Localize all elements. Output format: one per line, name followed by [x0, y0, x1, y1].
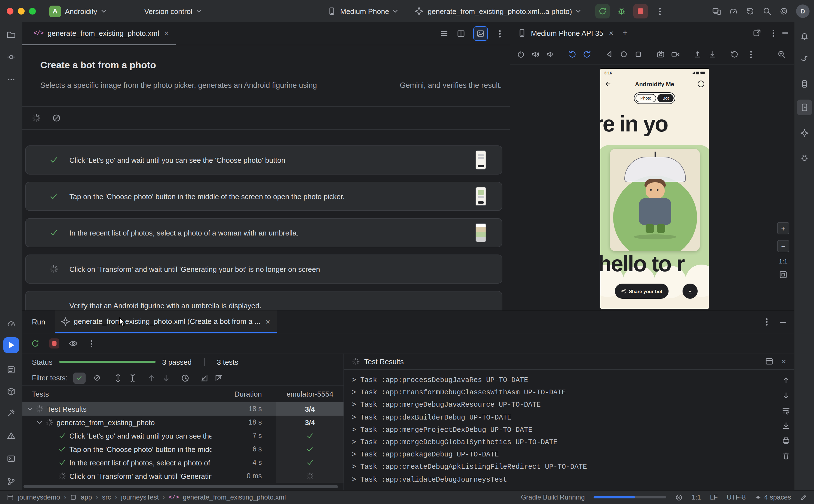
editor-tab[interactable]: </> generate_from_existing_photo.xml ×: [22, 22, 175, 45]
test-row[interactable]: Click on 'Transform' and wait until 'Gen…: [22, 469, 344, 483]
download-icon[interactable]: [708, 50, 717, 59]
stop-tests-button[interactable]: [49, 338, 59, 348]
zoom-options-icon[interactable]: [777, 50, 786, 59]
share-bot-button[interactable]: Share your bot: [615, 284, 669, 299]
cancel-run-icon[interactable]: [52, 114, 61, 123]
terminal-tool-button[interactable]: [3, 451, 19, 467]
device-mirroring-icon[interactable]: [712, 7, 721, 16]
duration-column-header[interactable]: Duration: [211, 390, 276, 398]
volume-down-icon[interactable]: [545, 50, 554, 59]
test-row[interactable]: Click 'Let's go' and wait until you can …: [22, 429, 344, 442]
download-bot-button[interactable]: [683, 284, 698, 299]
step-screenshot-thumbnail[interactable]: [476, 223, 486, 242]
android-home-icon[interactable]: [619, 50, 628, 59]
back-arrow-icon[interactable]: [605, 81, 611, 87]
test-row[interactable]: Tap on the 'Choose photo' button in the …: [22, 442, 344, 456]
upload-icon[interactable]: [693, 50, 702, 59]
gemini-tool-button[interactable]: [797, 125, 812, 141]
open-in-window-icon[interactable]: [752, 29, 761, 37]
logcat-tool-button[interactable]: [3, 362, 19, 378]
info-icon[interactable]: i: [698, 81, 704, 87]
avatar[interactable]: D: [796, 4, 810, 18]
debug-button[interactable]: [615, 4, 629, 18]
android-back-icon[interactable]: [605, 50, 614, 59]
previous-failed-icon[interactable]: [147, 373, 156, 382]
run-tab[interactable]: generate_from_existing_photo.xml (Create…: [55, 310, 277, 333]
device-tab-label[interactable]: Medium Phone API 35: [531, 29, 603, 37]
line-ending-widget[interactable]: LF: [710, 493, 718, 501]
test-history-icon[interactable]: [180, 373, 189, 382]
run-toolbar-more-icon[interactable]: [91, 343, 92, 344]
journey-step[interactable]: Verify that an Android figurine with an …: [25, 291, 502, 310]
zoom-to-fit-icon[interactable]: [779, 270, 788, 279]
notifications-tool-button[interactable]: [797, 28, 812, 44]
minimize-panel-icon[interactable]: [782, 32, 788, 34]
chevron-expanded-icon[interactable]: [27, 407, 32, 411]
minimize-window-button[interactable]: [18, 8, 25, 15]
test-row[interactable]: In the recent list of photos, select a p…: [22, 456, 344, 469]
search-icon[interactable]: [763, 7, 771, 16]
packages-tool-button[interactable]: [3, 384, 19, 399]
console-output[interactable]: > Task :app:processDebugJavaRes UP-TO-DA…: [344, 370, 794, 486]
rerun-tests-icon[interactable]: [31, 339, 40, 348]
cancel-build-icon[interactable]: [676, 494, 683, 501]
build-tool-button[interactable]: [3, 405, 19, 421]
screenshot-icon[interactable]: [656, 50, 665, 59]
filter-ignored-toggle[interactable]: [91, 372, 103, 383]
version-control-tool-button[interactable]: [3, 474, 19, 489]
export-tests-icon[interactable]: [214, 373, 223, 382]
chevron-expanded-icon[interactable]: [37, 421, 42, 424]
scroll-down-icon[interactable]: [782, 391, 791, 400]
profiler-tool-button[interactable]: [3, 316, 19, 332]
rotate-left-icon[interactable]: [568, 50, 577, 59]
close-tab-icon[interactable]: ×: [163, 29, 170, 37]
commit-tool-button[interactable]: [3, 49, 19, 65]
journey-step[interactable]: Click on 'Transform' and wait until 'Gen…: [25, 255, 502, 284]
power-icon[interactable]: [516, 50, 525, 59]
android-overview-icon[interactable]: [634, 50, 643, 59]
collapse-all-icon[interactable]: [128, 373, 137, 382]
stop-button[interactable]: [634, 4, 648, 18]
zoom-out-button[interactable]: −: [777, 240, 789, 252]
breadcrumb-item[interactable]: journeysTest: [121, 493, 159, 501]
editor-preview-mode-button[interactable]: [473, 26, 488, 41]
device-explorer-tool-button[interactable]: [797, 76, 812, 92]
encoding-widget[interactable]: UTF-8: [727, 493, 746, 501]
import-tests-icon[interactable]: [199, 373, 208, 382]
close-console-icon[interactable]: ×: [780, 357, 787, 365]
editor-more-icon[interactable]: [499, 33, 501, 34]
scroll-up-icon[interactable]: [782, 376, 791, 385]
more-tool-windows-button[interactable]: [3, 72, 19, 87]
volume-up-icon[interactable]: [531, 50, 540, 59]
device-screen[interactable]: 3:16 Androidify Me i Photo Bot re in yo: [600, 68, 709, 309]
editor-list-view-icon[interactable]: [440, 29, 449, 38]
run-configuration-selector[interactable]: generate_from_existing_photo.xml...a pho…: [409, 3, 587, 19]
run-tool-button[interactable]: [3, 337, 19, 353]
add-device-tab-button[interactable]: +: [622, 28, 628, 38]
clear-console-icon[interactable]: [782, 451, 791, 460]
console-layout-icon[interactable]: [765, 357, 774, 366]
breadcrumb-item[interactable]: src: [102, 493, 111, 501]
editor-split-view-icon[interactable]: [457, 29, 465, 38]
run-panel-more-icon[interactable]: [766, 321, 768, 323]
maximize-window-button[interactable]: [29, 8, 36, 15]
close-window-button[interactable]: [7, 8, 13, 15]
close-run-tab-icon[interactable]: ×: [264, 317, 271, 325]
minimize-run-panel-icon[interactable]: [780, 321, 786, 322]
gradle-build-status[interactable]: Gradle Build Running: [521, 493, 585, 501]
restart-icon[interactable]: [730, 50, 739, 59]
profiler-icon[interactable]: [729, 7, 738, 16]
vcs-widget[interactable]: Version control: [139, 3, 207, 19]
next-failed-icon[interactable]: [161, 373, 170, 382]
caret-position-widget[interactable]: 1:1: [692, 493, 701, 501]
filter-passed-toggle[interactable]: [73, 372, 85, 383]
breadcrumb-item[interactable]: journeysdemo: [18, 493, 60, 501]
tests-column-header[interactable]: Tests: [22, 390, 211, 398]
write-access-pen-icon[interactable]: [800, 494, 807, 501]
rotate-right-icon[interactable]: [582, 50, 591, 59]
sync-icon[interactable]: [746, 7, 755, 16]
soft-wrap-icon[interactable]: [782, 406, 791, 415]
screen-record-icon[interactable]: [671, 50, 680, 59]
close-device-tab-icon[interactable]: ×: [608, 29, 615, 37]
test-row-root[interactable]: Test Results 18 s 3/4: [22, 402, 344, 416]
